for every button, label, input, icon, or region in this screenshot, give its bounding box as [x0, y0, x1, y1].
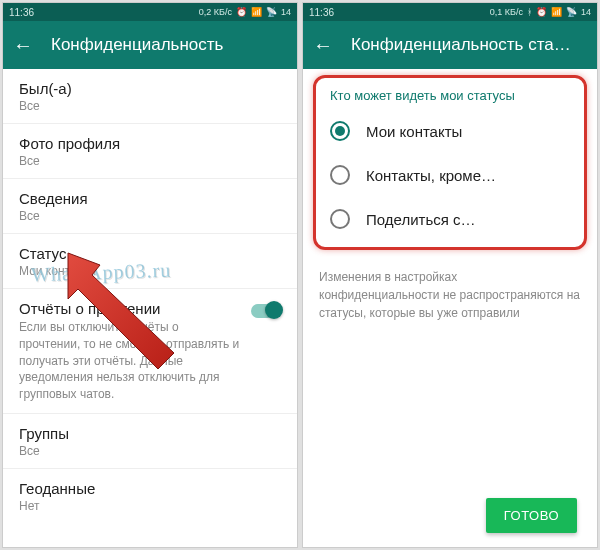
status-net: 0,1 КБ/с: [490, 7, 523, 17]
status-battery: 14: [281, 7, 291, 17]
radio-contacts-except[interactable]: Контакты, кроме…: [320, 153, 580, 197]
settings-list: Был(-а) Все Фото профиля Все Сведения Вс…: [3, 69, 297, 547]
status-privacy-content: Кто может видеть мои статусы Мои контакт…: [303, 69, 597, 547]
item-title: Статус: [19, 245, 281, 262]
item-sub: Все: [19, 444, 281, 458]
signal-icon: 📶: [551, 7, 562, 17]
item-sub: Все: [19, 154, 281, 168]
item-title: Группы: [19, 425, 281, 442]
radio-my-contacts[interactable]: Мои контакты: [320, 109, 580, 153]
wifi-icon: 📡: [266, 7, 277, 17]
bluetooth-icon: ᚼ: [527, 7, 532, 17]
radio-share-with[interactable]: Поделиться с…: [320, 197, 580, 241]
phone-right: 11:36 0,1 КБ/с ᚼ ⏰ 📶 📡 14 ← Конфиденциал…: [302, 2, 598, 548]
item-about[interactable]: Сведения Все: [3, 179, 297, 233]
read-receipts-toggle[interactable]: [251, 304, 281, 318]
item-last-seen[interactable]: Был(-а) Все: [3, 69, 297, 123]
item-title: Сведения: [19, 190, 281, 207]
annotation-highlight-box: Кто может видеть мои статусы Мои контакт…: [313, 75, 587, 250]
status-bar: 11:36 0,2 КБ/с ⏰ 📶 📡 14: [3, 3, 297, 21]
section-title: Кто может видеть мои статусы: [320, 84, 580, 109]
item-title: Фото профиля: [19, 135, 281, 152]
signal-icon: 📶: [251, 7, 262, 17]
radio-label: Контакты, кроме…: [366, 167, 496, 184]
item-sub: Мои контакты: [19, 264, 281, 278]
done-button[interactable]: ГОТОВО: [486, 498, 577, 533]
item-status[interactable]: Статус Мои контакты: [3, 234, 297, 288]
status-net: 0,2 КБ/с: [199, 7, 232, 17]
status-battery: 14: [581, 7, 591, 17]
item-groups[interactable]: Группы Все: [3, 414, 297, 468]
radio-label: Мои контакты: [366, 123, 462, 140]
status-time: 11:36: [9, 7, 34, 18]
alarm-icon: ⏰: [536, 7, 547, 17]
radio-label: Поделиться с…: [366, 211, 476, 228]
back-icon[interactable]: ←: [313, 35, 333, 55]
item-desc: Если вы отключите отчёты о прочтении, то…: [19, 319, 241, 403]
alarm-icon: ⏰: [236, 7, 247, 17]
info-note: Изменения в настройках конфиденциальност…: [303, 260, 597, 330]
radio-icon: [330, 209, 350, 229]
item-title: Отчёты о прочтении: [19, 300, 241, 317]
item-title: Был(-а): [19, 80, 281, 97]
appbar-title: Конфиденциальность ста…: [351, 35, 571, 55]
app-bar: ← Конфиденциальность: [3, 21, 297, 69]
appbar-title: Конфиденциальность: [51, 35, 223, 55]
item-title: Геоданные: [19, 480, 281, 497]
app-bar: ← Конфиденциальность ста…: [303, 21, 597, 69]
radio-icon: [330, 121, 350, 141]
item-sub: Все: [19, 209, 281, 223]
phone-left: 11:36 0,2 КБ/с ⏰ 📶 📡 14 ← Конфиденциальн…: [2, 2, 298, 548]
item-photo[interactable]: Фото профиля Все: [3, 124, 297, 178]
radio-icon: [330, 165, 350, 185]
item-sub: Нет: [19, 499, 281, 513]
status-bar: 11:36 0,1 КБ/с ᚼ ⏰ 📶 📡 14: [303, 3, 597, 21]
back-icon[interactable]: ←: [13, 35, 33, 55]
item-geo[interactable]: Геоданные Нет: [3, 469, 297, 523]
wifi-icon: 📡: [566, 7, 577, 17]
status-time: 11:36: [309, 7, 334, 18]
item-read-receipts[interactable]: Отчёты о прочтении Если вы отключите отч…: [3, 289, 297, 413]
item-sub: Все: [19, 99, 281, 113]
